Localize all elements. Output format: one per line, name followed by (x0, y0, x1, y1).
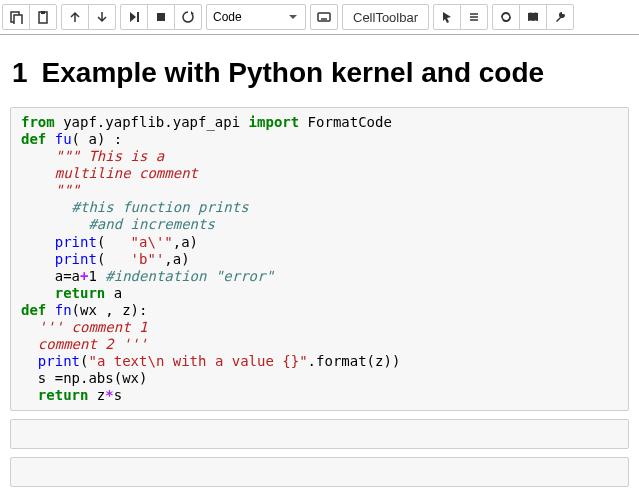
stop-icon (154, 10, 168, 24)
heading-number: 1 (12, 57, 28, 89)
svg-rect-3 (41, 11, 45, 14)
wrench-button[interactable] (546, 4, 574, 30)
svg-rect-4 (137, 12, 139, 22)
pointer-button[interactable] (433, 4, 461, 30)
book-button[interactable] (519, 4, 547, 30)
code-line: """ This is a (21, 148, 618, 165)
heading-text: Example with Python kernel and code (42, 57, 545, 89)
code-line: return z*s (21, 387, 618, 404)
code-line: comment 2 ''' (21, 336, 618, 353)
svg-rect-6 (318, 13, 330, 21)
code-line: """ (21, 182, 618, 199)
copy-icon (9, 10, 23, 24)
copy-button[interactable] (2, 4, 30, 30)
code-line: a=a+1 #indentation "error" (21, 268, 618, 285)
code-cell[interactable]: from yapf.yapflib.yapf_api import Format… (10, 107, 629, 411)
book-icon (526, 10, 540, 24)
notebook: 1 Example with Python kernel and code fr… (0, 35, 639, 500)
restart-button[interactable] (174, 4, 202, 30)
code-line: return a (21, 285, 618, 302)
move-up-button[interactable] (61, 4, 89, 30)
code-line: #and increments (21, 216, 618, 233)
keyboard-icon (317, 10, 331, 24)
paste-icon (36, 10, 50, 24)
wrench-icon (553, 10, 567, 24)
refresh-button[interactable] (492, 4, 520, 30)
restart-icon (181, 10, 195, 24)
paste-button[interactable] (29, 4, 57, 30)
code-line: print( "a\'",a) (21, 234, 618, 251)
code-line: ''' comment 1 (21, 319, 618, 336)
arrow-up-icon (68, 10, 82, 24)
empty-cell[interactable] (10, 457, 629, 487)
interrupt-button[interactable] (147, 4, 175, 30)
refresh-icon (499, 10, 513, 24)
code-line: def fu( a) : (21, 131, 618, 148)
code-line: from yapf.yapflib.yapf_api import Format… (21, 114, 618, 131)
pointer-icon (440, 10, 454, 24)
cell-toolbar-button[interactable]: CellToolbar (342, 4, 429, 30)
run-button[interactable] (120, 4, 148, 30)
code-line: multiline comment (21, 165, 618, 182)
command-palette-button[interactable] (310, 4, 338, 30)
code-line: s =np.abs(wx) (21, 370, 618, 387)
code-line: #this function prints (21, 199, 618, 216)
heading: 1 Example with Python kernel and code (12, 57, 627, 89)
code-line: print("a text\n with a value {}".format(… (21, 353, 618, 370)
cell-type-value: Code (213, 10, 242, 24)
step-forward-icon (127, 10, 141, 24)
svg-rect-1 (14, 15, 22, 24)
svg-rect-5 (157, 13, 165, 21)
toolbar: Code CellToolbar (0, 0, 639, 35)
arrow-down-icon (95, 10, 109, 24)
list-icon (467, 10, 481, 24)
code-line: print( 'b"',a) (21, 251, 618, 268)
list-button[interactable] (460, 4, 488, 30)
empty-cell[interactable] (10, 419, 629, 449)
cell-type-select[interactable]: Code (206, 4, 306, 30)
code-line: def fn(wx , z): (21, 302, 618, 319)
markdown-cell[interactable]: 1 Example with Python kernel and code (0, 47, 639, 103)
move-down-button[interactable] (88, 4, 116, 30)
